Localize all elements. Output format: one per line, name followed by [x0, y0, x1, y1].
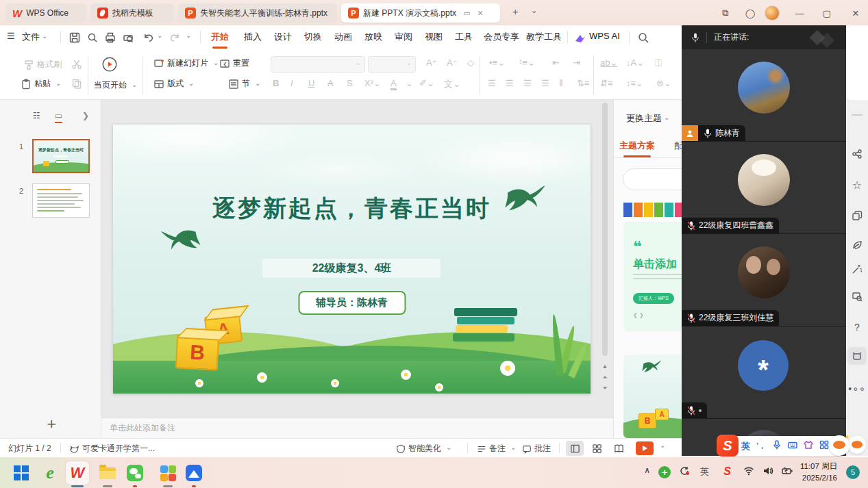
ribbon-tab-slideshow[interactable]: 放映 — [364, 31, 382, 43]
ribbon-tab-view[interactable]: 视图 — [425, 31, 443, 43]
sync-tray-icon[interactable] — [679, 465, 690, 476]
smart-beautify-button[interactable]: 智能美化 — [396, 443, 451, 454]
participant-tile-2[interactable]: 22级康复四班曹鑫鑫 — [682, 142, 846, 234]
sogou-tray-icon[interactable]: S — [723, 465, 731, 478]
decrease-font-icon[interactable]: A⁻ — [447, 57, 458, 68]
ribbon-tab-transition[interactable]: 切换 — [304, 31, 322, 43]
taskbar-explorer[interactable] — [96, 461, 119, 485]
collapse-panel-icon[interactable]: ❯ — [82, 111, 89, 120]
bold-icon[interactable]: B — [273, 78, 279, 88]
theme-search-input[interactable] — [623, 168, 682, 190]
scrollbar-thumb[interactable] — [602, 103, 608, 356]
taskbar-browser[interactable]: e — [38, 461, 62, 485]
taskbar-wechat[interactable] — [123, 461, 147, 485]
ribbon-tab-insert[interactable]: 插入 — [244, 31, 262, 43]
theme-preview-1[interactable]: ❝ 单击添加 汇报人：WPS ❮ ❯ — [623, 222, 682, 331]
align-left-icon[interactable]: ☰ — [488, 78, 496, 88]
notification-badge[interactable]: 5 — [846, 465, 860, 479]
skin-center-icon[interactable]: ◯ — [743, 5, 758, 21]
ribbon-tab-teaching[interactable]: 教学工具 — [526, 31, 562, 43]
cut-icon[interactable] — [71, 59, 82, 70]
palette-color[interactable] — [634, 203, 643, 217]
wps-ai-label[interactable]: WPS AI — [589, 31, 620, 41]
sogou-logo-icon[interactable]: S — [717, 435, 739, 457]
ribbon-tab-tools[interactable]: 工具 — [455, 31, 473, 43]
ribbon-tab-member[interactable]: 会员专享 — [484, 31, 519, 43]
undo-icon[interactable] — [142, 31, 155, 44]
ribbon-tab-review[interactable]: 审阅 — [395, 31, 412, 43]
antivirus-tray-icon[interactable]: ＋ — [658, 466, 671, 478]
smartart-icon[interactable]: ⎅ — [655, 57, 662, 68]
paste-button[interactable]: 粘贴 — [21, 78, 61, 90]
slide-title[interactable]: 逐梦新起点，青春正当时 — [113, 193, 591, 224]
play-from-current-icon[interactable] — [101, 56, 118, 73]
tab-theme-scheme[interactable]: 主题方案 — [619, 140, 655, 152]
next-slide-icon[interactable]: ⏷ — [601, 383, 609, 393]
notes-button[interactable]: 备注 — [477, 443, 516, 454]
microphone-icon[interactable] — [691, 33, 699, 42]
tab-wps-office[interactable]: W WPS Office — [5, 3, 86, 23]
template-info[interactable]: 可爱卡通开学第一... — [70, 443, 155, 454]
outline-view-icon[interactable]: ☷ — [33, 111, 40, 120]
wifi-icon[interactable] — [743, 465, 754, 476]
ribbon-tab-animation[interactable]: 动画 — [334, 31, 352, 43]
print-preview-icon[interactable] — [122, 31, 134, 44]
palette-color[interactable] — [654, 203, 663, 217]
highlight-color-icon[interactable]: ✐⌄ — [419, 78, 434, 88]
align-right-icon[interactable]: ☰ — [523, 78, 532, 88]
decrease-indent-icon[interactable]: ⇤ — [552, 57, 560, 68]
undo-chevron-icon[interactable] — [155, 31, 162, 41]
help-icon[interactable]: ? — [846, 318, 868, 336]
underline-icon[interactable]: U — [308, 78, 314, 88]
increase-font-icon[interactable]: A⁺ — [426, 57, 437, 68]
tab-docer-templates[interactable]: 找稻壳模板 — [90, 3, 174, 23]
increase-indent-icon[interactable]: ⇥ — [573, 57, 580, 68]
battery-icon[interactable] — [782, 465, 793, 476]
punctuation-toggle[interactable]: ’， — [756, 441, 766, 451]
phonetic-guide-icon[interactable]: 文⌄ — [444, 78, 460, 90]
minimize-button[interactable]: — — [792, 5, 807, 21]
distribute-text-icon[interactable]: ⦀ — [559, 78, 563, 89]
leaf-icon[interactable] — [846, 236, 868, 254]
align-objects-icon[interactable]: ⊜⌄ — [656, 78, 671, 88]
tab-close-icon[interactable]: ✕ — [477, 9, 483, 18]
tray-expand-icon[interactable]: ∧ — [644, 465, 650, 475]
thumbnail-view-icon[interactable]: ▭ — [55, 111, 62, 123]
tab-document-2-active[interactable]: P 新建 PPTX 演示文稿.pptx ▭ ✕ — [341, 3, 500, 23]
line-spacing-icon[interactable]: ⇅≡ — [577, 78, 589, 88]
layout-button[interactable]: 版式 — [153, 78, 194, 90]
speaker-icon[interactable] — [762, 465, 773, 476]
palette-color[interactable] — [675, 203, 682, 217]
add-slide-button[interactable]: ＋ — [44, 413, 59, 434]
participant-tile-1[interactable]: 陈林青 — [682, 49, 846, 142]
slide-subtitle[interactable]: 22级康复3、4班 — [113, 261, 591, 276]
palette-color[interactable] — [644, 203, 653, 217]
tab-list-chevron-icon[interactable]: ⌄ — [531, 6, 537, 15]
image-search-icon[interactable] — [846, 287, 868, 305]
spacing-increase-icon[interactable]: ⇵≡ — [600, 78, 612, 88]
save-icon[interactable] — [69, 31, 81, 44]
reading-view-button[interactable] — [610, 441, 628, 456]
change-theme-dropdown[interactable]: 更换主题 — [626, 112, 669, 125]
italic-icon[interactable]: I — [290, 78, 293, 88]
slide-thumbnail-1[interactable]: 逐梦新起点，青春正当时 — [32, 139, 90, 173]
clock[interactable]: 11:07 周日 2025/2/16 — [800, 461, 837, 483]
ribbon-tab-home[interactable]: 开始 — [211, 31, 229, 43]
sticker-icon[interactable] — [848, 436, 866, 454]
taskbar-tencent-meeting[interactable] — [182, 461, 206, 485]
comments-button[interactable]: 批注 — [522, 443, 551, 454]
vertical-scrollbar[interactable]: ▲ ⏶ ⏷ — [601, 103, 609, 414]
play-options-chevron-icon[interactable] — [658, 443, 665, 450]
user-avatar[interactable] — [765, 5, 780, 21]
assistant-robot-icon[interactable] — [847, 347, 867, 365]
notes-bar[interactable]: 单击此处添加备注 — [101, 418, 613, 438]
vertical-text-icon[interactable]: ↓A⌄ — [626, 57, 644, 68]
taskbar-app-petals[interactable] — [156, 461, 179, 485]
font-color-icon[interactable]: A — [390, 78, 397, 90]
sogou-input-bar[interactable]: S 英 ’， — [718, 436, 844, 456]
print-icon[interactable] — [104, 31, 116, 44]
play-from-current-label[interactable]: 当页开始 — [94, 79, 137, 91]
redo-chevron-icon[interactable] — [184, 31, 191, 41]
align-center-icon[interactable]: ☰ — [506, 78, 514, 88]
hamburger-icon[interactable]: ☰ — [7, 31, 15, 41]
